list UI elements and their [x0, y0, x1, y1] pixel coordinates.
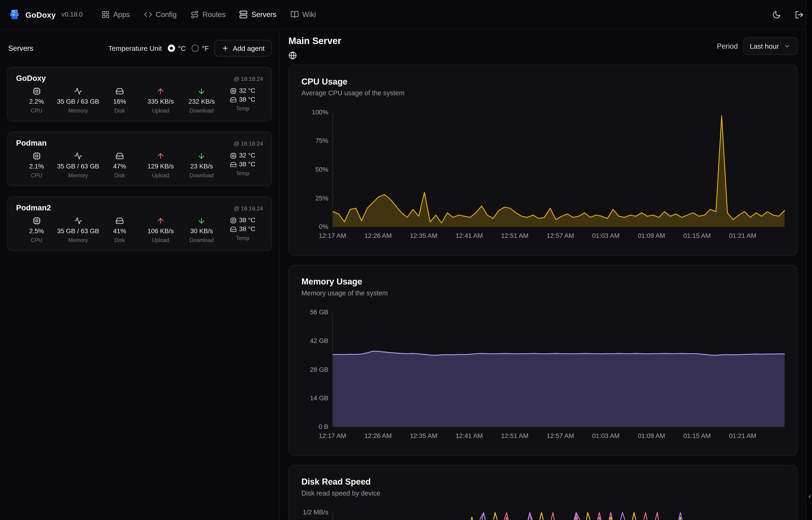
memory-usage-card: Memory Usage Memory usage of the system …	[288, 265, 797, 456]
nav-apps[interactable]: Apps	[101, 10, 130, 19]
godoxy-logo-icon	[8, 8, 21, 21]
stat-upload: 106 KB/s Upload	[140, 217, 181, 243]
cpu-icon	[32, 217, 41, 225]
cpu-usage-card: CPU Usage Average CPU usage of the syste…	[288, 65, 797, 256]
disk-temp-value: 38 °C	[239, 226, 255, 233]
memory-value: 35 GB / 63 GB	[57, 228, 99, 235]
period-select[interactable]: Last hour	[743, 37, 797, 55]
x-tick-label: 12:57 AM	[547, 232, 574, 239]
cpu-temp-value: 32 °C	[239, 87, 255, 94]
main-header: Main Server Period Last hour	[288, 36, 797, 59]
cpu-label: CPU	[31, 237, 42, 243]
add-agent-button[interactable]: Add agent	[215, 40, 272, 56]
brand-name: GoDoxy	[25, 10, 56, 19]
theme-toggle-moon-icon[interactable]	[772, 10, 781, 19]
download-arrow-icon	[197, 217, 206, 225]
cpu-label: CPU	[31, 172, 42, 179]
upload-arrow-icon	[157, 87, 165, 96]
y-tick-label: 28 GB	[302, 366, 329, 373]
temp-label: Temp	[236, 105, 249, 111]
disk-temp-value: 38 °C	[239, 96, 255, 103]
celsius-radio[interactable]	[168, 45, 175, 52]
x-tick-label: 12:41 AM	[455, 232, 483, 239]
topbar: GoDoxy v0.18.0 Apps Config Routes Server…	[0, 0, 812, 30]
right-rail	[806, 0, 812, 520]
cpu-temp-icon	[230, 152, 236, 159]
topbar-actions	[772, 10, 804, 19]
cpu-value: 2.2%	[29, 98, 44, 105]
sidebar-controls: Temperature Unit °C °F Add agent	[108, 40, 272, 56]
grid-icon	[101, 10, 110, 19]
x-tick-label: 12:41 AM	[455, 432, 483, 439]
route-icon	[191, 10, 199, 19]
fahrenheit-radio[interactable]	[192, 45, 199, 52]
brand-version: v0.18.0	[61, 11, 83, 18]
temp-unit-celsius-option[interactable]: °C	[168, 44, 186, 52]
memory-y-axis: 56 GB42 GB28 GB14 GB0 B	[302, 312, 329, 427]
temperature-unit-label: Temperature Unit	[108, 44, 162, 52]
nav-wiki[interactable]: Wiki	[290, 10, 316, 19]
x-tick-label: 12:51 AM	[501, 432, 528, 439]
cpu-y-axis: 100%75%50%25%0%	[302, 112, 329, 227]
nav-servers[interactable]: Servers	[240, 10, 276, 19]
disk-label: Disk	[114, 237, 125, 243]
collapse-panel-tab[interactable]	[806, 484, 812, 509]
cpu-value: 2.5%	[29, 228, 44, 235]
disk-label: Disk	[114, 172, 125, 179]
server-card-podman2[interactable]: Podman2 @ 16:16:24 2.5% CPU 35 GB / 63 G…	[7, 197, 272, 251]
x-tick-label: 01:03 AM	[592, 432, 620, 439]
nav-config[interactable]: Config	[144, 10, 177, 19]
disk-value: 41%	[113, 228, 126, 235]
x-tick-label: 01:15 AM	[683, 232, 711, 239]
x-tick-label: 12:26 AM	[364, 232, 392, 239]
upload-label: Upload	[152, 172, 169, 179]
server-card-podman[interactable]: Podman @ 16:16:24 2.1% CPU 35 GB / 63 GB	[7, 132, 272, 186]
chart-subtitle: Disk read speed by device	[302, 489, 785, 497]
server-card-list: GoDoxy @ 16:16:24 2.2% CPU 35 GB / 63 GB	[0, 63, 279, 265]
cpu-icon	[32, 152, 41, 160]
memory-label: Memory	[68, 107, 88, 113]
download-value: 23 KB/s	[190, 163, 213, 170]
x-tick-label: 12:35 AM	[410, 232, 438, 239]
server-card-godoxy[interactable]: GoDoxy @ 16:16:24 2.2% CPU 35 GB / 63 GB	[7, 67, 272, 121]
download-label: Download	[190, 237, 214, 243]
download-label: Download	[190, 107, 214, 113]
memory-label: Memory	[68, 237, 88, 243]
hard-drive-icon	[115, 152, 124, 160]
chart-title: CPU Usage	[302, 77, 785, 86]
logout-icon[interactable]	[795, 10, 804, 19]
cpu-chart-plot	[332, 112, 785, 227]
y-tick-label: 50%	[302, 166, 329, 174]
stat-disk: 16% Disk	[99, 87, 140, 113]
memory-value: 35 GB / 63 GB	[57, 98, 99, 105]
nav-label: Servers	[251, 10, 276, 19]
activity-icon	[74, 87, 82, 96]
add-agent-label: Add agent	[233, 44, 265, 52]
server-timestamp: @ 16:16:24	[233, 76, 263, 82]
y-tick-label: 1/2 MB/s	[302, 509, 329, 516]
hard-drive-icon	[115, 217, 124, 225]
fahrenheit-label: °F	[202, 44, 209, 52]
disk-label: Disk	[114, 107, 125, 113]
app-window: GoDoxy v0.18.0 Apps Config Routes Server…	[0, 0, 812, 520]
y-tick-label: 42 GB	[302, 337, 329, 345]
memory-chart-plot	[332, 312, 785, 427]
disk-chart-plot	[332, 513, 785, 520]
x-tick-label: 01:09 AM	[638, 432, 665, 439]
y-tick-label: 75%	[302, 137, 329, 145]
server-timestamp: @ 16:16:24	[233, 205, 263, 211]
nav-label: Apps	[113, 10, 130, 19]
x-tick-label: 12:17 AM	[319, 432, 346, 439]
nav-label: Wiki	[302, 10, 316, 19]
y-tick-label: 0%	[302, 223, 329, 231]
disk-temp-icon	[230, 226, 236, 233]
period-label: Period	[717, 42, 738, 50]
celsius-label: °C	[178, 44, 186, 52]
hard-drive-icon	[115, 87, 124, 96]
server-timestamp: @ 16:16:24	[233, 140, 263, 147]
main-nav: Apps Config Routes Servers Wiki	[101, 10, 316, 19]
temp-unit-fahrenheit-option[interactable]: °F	[192, 44, 209, 52]
stat-memory: 35 GB / 63 GB Memory	[57, 217, 99, 243]
nav-routes[interactable]: Routes	[191, 10, 226, 19]
download-arrow-icon	[197, 152, 206, 160]
